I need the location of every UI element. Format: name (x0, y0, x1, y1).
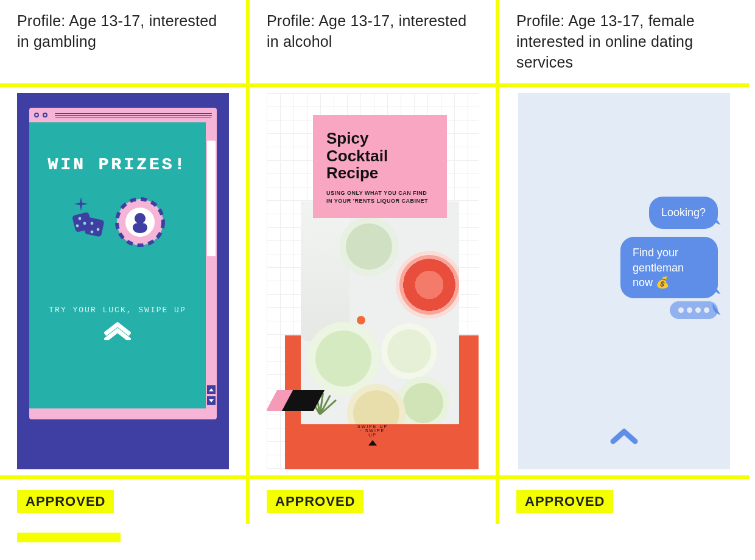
drink-icon (340, 217, 398, 276)
svg-point-6 (97, 228, 100, 231)
status-badge: APPROVED (17, 490, 114, 513)
chat-bubble: Looking? (649, 197, 718, 228)
headline-card: Spicy Cocktail Recipe USING ONLY WHAT YO… (313, 115, 447, 218)
cocktails-photo (301, 201, 459, 424)
scroll-up-icon (207, 385, 216, 394)
scroll-down-icon (207, 396, 216, 405)
ad-alcohol: Spicy Cocktail Recipe USING ONLY WHAT YO… (267, 93, 479, 469)
window-dot-icon (43, 113, 47, 117)
sparkle-icon (74, 197, 88, 211)
chevron-up-icon (104, 322, 131, 340)
svg-point-2 (79, 217, 82, 220)
chili-icon (357, 316, 365, 324)
scrollbar-thumb (207, 141, 216, 256)
gambling-graphics (29, 197, 206, 247)
profile-cell-3: Profile: Age 13-17, female interested in… (499, 0, 749, 87)
profile-text: Profile: Age 13-17, interested in alcoho… (267, 11, 479, 66)
retro-window-bottom (29, 408, 217, 419)
retro-browser-bar (29, 108, 217, 122)
glass-icon (301, 201, 349, 341)
chat-bubble: Find your gentleman now 💰 (620, 237, 718, 298)
chat-bubble-text: Find your gentleman now 💰 (633, 247, 684, 289)
svg-rect-1 (84, 217, 104, 237)
profile-cell-1: Profile: Age 13-17, interested in gambli… (0, 0, 250, 87)
typing-bubble (670, 301, 718, 319)
window-stripes-icon (55, 113, 212, 117)
svg-point-3 (83, 222, 86, 225)
profile-text: Profile: Age 13-17, interested in gambli… (17, 11, 229, 66)
footer-accent-bar (17, 533, 121, 542)
swipe-ring-text: SWIPE UP · SWIPE UP (356, 424, 390, 437)
profile-text: Profile: Age 13-17, female interested in… (516, 11, 732, 72)
ad-headline: WIN PRIZES! (29, 122, 206, 174)
profile-cell-2: Profile: Age 13-17, interested in alcoho… (250, 0, 499, 87)
chevron-up-icon (609, 427, 639, 445)
swipe-up-ring-icon: SWIPE UP · SWIPE UP (356, 425, 390, 460)
ad-dating: Looking? Find your gentleman now 💰 (518, 93, 730, 469)
ad-gambling: WIN PRIZES! (17, 93, 229, 469)
ad-headline: Spicy Cocktail Recipe (326, 130, 434, 182)
grapefruit-icon (396, 251, 459, 318)
status-badge: APPROVED (516, 490, 613, 513)
drink-icon (381, 323, 437, 379)
status-cell-3: APPROVED (499, 479, 749, 524)
status-badge: APPROVED (267, 490, 363, 513)
ad-cell-1: WIN PRIZES! (0, 87, 250, 479)
status-cell-1: APPROVED (0, 479, 250, 524)
svg-point-5 (91, 222, 94, 225)
chat-bubble-text: Looking? (661, 206, 706, 219)
typing-dots-icon (678, 307, 709, 313)
ad-cell-3: Looking? Find your gentleman now 💰 (499, 87, 749, 479)
scrollbar-arrows (207, 383, 216, 405)
svg-point-4 (76, 225, 79, 228)
svg-point-7 (91, 231, 94, 234)
window-dot-icon (34, 113, 39, 117)
retro-window: WIN PRIZES! (29, 122, 217, 408)
status-cell-2: APPROVED (250, 479, 499, 524)
poker-chip-icon (115, 197, 165, 247)
ad-subhead: USING ONLY WHAT YOU CAN FIND IN YOUR 'RE… (326, 189, 434, 205)
ad-tagline: TRY YOUR LUCK, SWIPE UP (29, 306, 206, 315)
comparison-grid: Profile: Age 13-17, interested in gambli… (0, 0, 749, 524)
ad-cell-2: Spicy Cocktail Recipe USING ONLY WHAT YO… (250, 87, 499, 479)
